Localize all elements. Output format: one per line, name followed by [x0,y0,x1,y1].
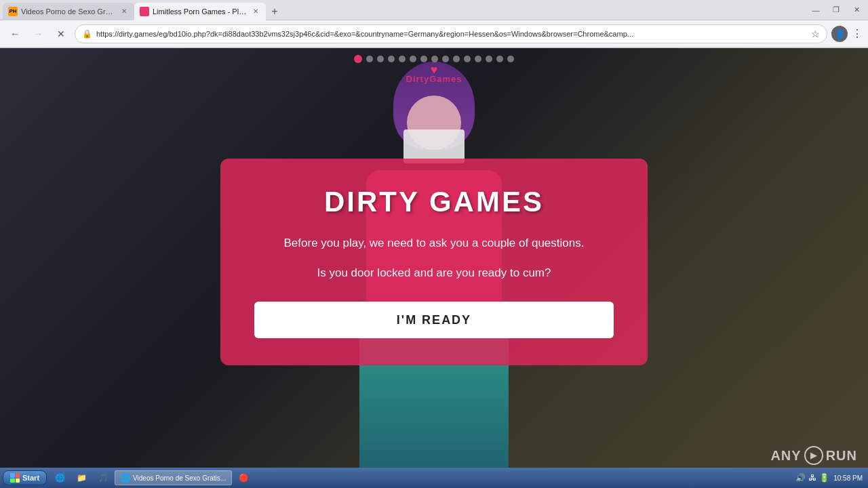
modal-question: Is you door locked and are you ready to … [254,264,614,282]
bookmark-star-icon[interactable]: ☆ [811,28,820,39]
start-button[interactable]: Start [3,470,47,485]
network-icon[interactable]: 🖧 [808,473,816,483]
lock-icon: 🔒 [82,29,92,39]
start-label: Start [22,474,39,482]
address-bar[interactable]: 🔒 https://dirty.games/eg/bd10io.php?dk=d… [75,24,827,43]
modal-overlay: DIRTY GAMES Before you play, we need to … [0,48,868,476]
minimize-button[interactable]: — [807,3,825,17]
forward-button[interactable]: → [28,24,47,43]
anyrun-prefix: ANY [770,448,801,464]
tab-ph[interactable]: PH Videos Porno de Sexo Gratis. Pelicu..… [3,3,134,20]
taskbar-tray: 🔊 🖧 🔋 [795,473,829,483]
tab-dirtygames[interactable]: Limitless Porn Games - Play Now ✕ [134,3,266,20]
folder-icon: 📁 [77,473,86,483]
antivirus-icon: 🔴 [239,473,248,483]
new-tab-button[interactable]: + [266,3,283,20]
media-icon: 🎵 [98,473,108,483]
tab1-favicon: PH [8,7,18,16]
battery-icon: 🔋 [819,473,829,483]
taskbar: Start 🌐 📁 🎵 🌐 Videos Porno de Sexo Grati… [0,468,868,488]
im-ready-button[interactable]: I'M READY [254,302,614,338]
windows-logo [10,473,20,483]
tab2-label: Limitless Porn Games - Play Now [153,7,248,16]
title-bar: PH Videos Porno de Sexo Gratis. Pelicu..… [0,0,868,20]
taskbar-chrome-active[interactable]: 🌐 Videos Porno de Sexo Gratis... [115,470,232,485]
maximize-button[interactable]: ❐ [827,3,845,17]
tabs-area: PH Videos Porno de Sexo Gratis. Pelicu..… [3,0,807,20]
browser-menu-icon[interactable]: ⋮ [852,27,863,40]
tab2-close[interactable]: ✕ [251,7,260,16]
page-content: ♥ DirtyGames DIRTY GAMES Before you play… [0,48,868,476]
anyrun-play-icon: ▶ [804,446,823,465]
modal-box: DIRTY GAMES Before you play, we need to … [220,159,648,365]
modal-subtitle: Before you play, we need to ask you a co… [254,235,614,252]
tab1-close[interactable]: ✕ [119,7,129,16]
profile-icon[interactable]: 👤 [831,26,848,42]
chrome-icon: 🌐 [121,473,130,483]
tab2-favicon [140,7,149,16]
taskbar-explorer-icon[interactable]: 📁 [71,470,92,485]
taskbar-items: 🌐 📁 🎵 🌐 Videos Porno de Sexo Gratis... 🔴 [50,470,793,485]
taskbar-ie-icon[interactable]: 🌐 [50,470,70,485]
close-button[interactable]: ✕ [848,3,865,17]
window-controls: — ❐ ✕ [807,3,865,17]
navigation-bar: ← → ✕ 🔒 https://dirty.games/eg/bd10io.ph… [0,20,868,47]
anyrun-watermark: ANY ▶ RUN [770,446,857,465]
refresh-button[interactable]: ✕ [52,24,71,43]
taskbar-time: 10:58 PM [833,474,863,482]
address-text: https://dirty.games/eg/bd10io.php?dk=di8… [96,30,807,38]
taskbar-right: 🔊 🖧 🔋 10:58 PM [795,473,865,483]
modal-title: DIRTY GAMES [254,186,614,218]
back-button[interactable]: ← [5,24,24,43]
taskbar-chrome-label: Videos Porno de Sexo Gratis... [133,474,226,482]
tab1-label: Videos Porno de Sexo Gratis. Pelicu... [21,7,116,16]
ie-icon: 🌐 [55,473,64,483]
taskbar-media-icon[interactable]: 🎵 [93,470,113,485]
taskbar-antivirus-icon[interactable]: 🔴 [233,470,254,485]
anyrun-suffix: RUN [826,448,857,464]
volume-icon[interactable]: 🔊 [795,473,806,483]
browser-chrome: PH Videos Porno de Sexo Gratis. Pelicu..… [0,0,868,48]
